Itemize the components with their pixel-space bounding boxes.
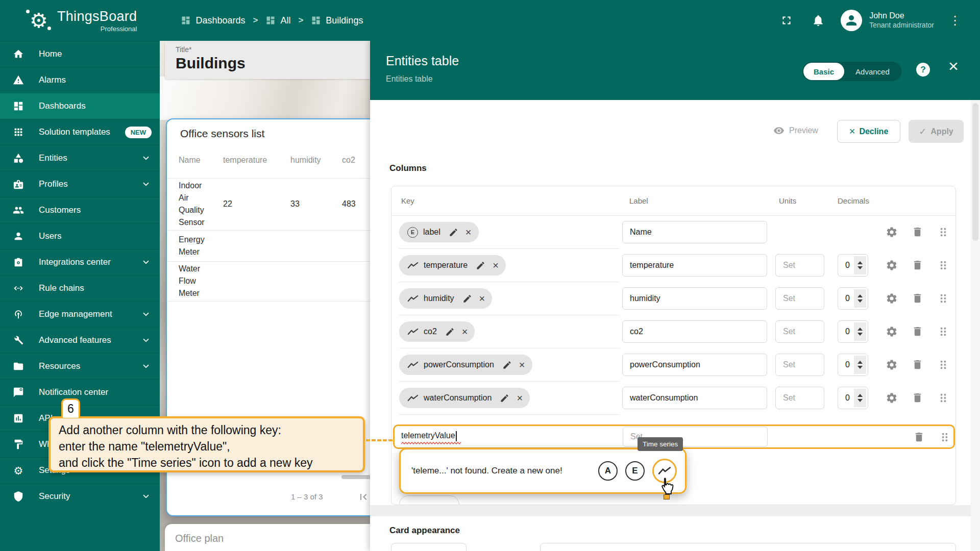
label-input[interactable]: waterConsumption [622,387,767,409]
thingsboard-logo[interactable]: ⚙ ThingsBoard Professional [26,7,137,34]
units-input[interactable]: Set [775,354,824,376]
label-input[interactable]: temperature [622,254,767,277]
column-header[interactable]: Name [179,156,223,165]
decimals-input[interactable]: 0 [838,287,868,310]
number-stepper[interactable] [854,289,866,308]
key-chip[interactable]: humidity × [399,288,492,309]
apply-button[interactable]: ✓ Apply [909,120,964,143]
delete-column-icon[interactable] [913,431,925,443]
label-input[interactable]: humidity [622,287,767,310]
edit-pencil-icon[interactable] [500,393,509,403]
help-icon[interactable]: ? [916,63,930,77]
notifications-bell-icon[interactable] [807,9,829,32]
sidebar-item-rule-chains[interactable]: Rule chains [0,275,160,301]
office-plan-widget[interactable]: Office plan [165,524,370,551]
edit-pencil-icon[interactable] [449,228,458,237]
delete-column-icon[interactable] [912,292,923,304]
decimals-input[interactable]: 0 [838,320,868,343]
sidebar-item-profiles[interactable]: Profiles [0,171,160,197]
label-input[interactable]: powerConsumption [622,354,767,376]
user-info[interactable]: John Doe Tenant administrator [869,11,934,30]
create-entity-field-icon[interactable]: E [625,461,645,481]
number-stepper[interactable] [854,256,866,274]
drag-handle[interactable] [937,226,949,238]
sidebar-item-customers[interactable]: Customers [0,197,160,223]
decimals-input[interactable]: 0 [838,387,868,409]
remove-key-icon[interactable]: × [519,360,525,370]
column-settings-icon[interactable] [886,259,898,271]
decline-button[interactable]: × Decline [837,120,900,143]
decimals-input[interactable]: 0 [838,354,868,376]
sidebar-item-edge-management[interactable]: Edge management [0,301,160,327]
column-settings-icon[interactable] [886,392,898,404]
column-header[interactable]: co2 [342,156,370,165]
delete-column-icon[interactable] [912,359,923,370]
number-stepper[interactable] [854,322,866,341]
sidebar-item-advanced-features[interactable]: Advanced features [0,327,160,353]
create-attribute-icon[interactable]: A [598,461,618,481]
avatar[interactable] [841,10,862,31]
label-input[interactable]: co2 [622,320,767,343]
card-appearance-field[interactable] [391,543,467,551]
breadcrumb-buildings[interactable]: Buildings [311,15,363,26]
preview-button[interactable]: Preview [773,125,818,136]
sidebar-item-resources[interactable]: Resources [0,353,160,379]
column-settings-icon[interactable] [886,359,898,371]
new-key-input[interactable]: telemetryValue [401,431,457,441]
column-header[interactable]: humidity [290,156,342,165]
horizontal-scrollbar[interactable] [341,475,370,479]
key-chip[interactable]: E label × [399,222,479,242]
sidebar-item-entities[interactable]: Entities [0,145,160,171]
table-row[interactable]: Energy Meter [167,230,370,261]
sidebar-item-integrations-center[interactable]: Integrations center [0,249,160,275]
delete-column-icon[interactable] [912,259,923,271]
edit-pencil-icon[interactable] [445,327,455,337]
remove-key-icon[interactable]: × [479,293,485,304]
remove-key-icon[interactable]: × [462,327,468,337]
column-header[interactable]: temperature [223,156,290,165]
units-input[interactable]: Set [775,320,824,343]
close-icon[interactable]: × [945,57,962,74]
sidebar-item-solution-templates[interactable]: Solution templates NEW [0,119,160,145]
delete-column-icon[interactable] [912,226,923,238]
edit-pencil-icon[interactable] [462,294,472,304]
drag-handle[interactable] [937,392,949,404]
units-input[interactable]: Set [775,254,824,277]
table-row[interactable]: Indoor Air Quality Sensor 22 33 483 [167,178,370,230]
delete-column-icon[interactable] [912,392,923,404]
breadcrumb-all[interactable]: All [265,15,290,26]
drag-handle[interactable] [937,259,949,271]
units-input[interactable]: Set [775,287,824,310]
table-row[interactable]: Water Flow Meter [167,261,370,301]
label-input[interactable]: Name [622,221,767,243]
sidebar-item-users[interactable]: Users [0,223,160,249]
basic-tab[interactable]: Basic [803,63,844,80]
key-chip[interactable]: waterConsumption × [399,388,530,408]
edit-pencil-icon[interactable] [502,360,512,370]
advanced-tab[interactable]: Advanced [844,67,901,76]
sidebar-item-home[interactable]: Home [0,41,160,67]
drag-handle[interactable] [939,431,950,443]
dashboard-title-widget[interactable]: Title* Buildings [165,42,370,79]
sidebar-item-security[interactable]: Security [0,483,160,509]
breadcrumb-dashboards[interactable]: Dashboards [181,15,245,26]
drag-handle[interactable] [937,325,949,337]
fullscreen-icon[interactable] [775,9,798,32]
panel-scrollbar[interactable] [971,100,980,551]
column-settings-icon[interactable] [886,292,898,305]
remove-key-icon[interactable]: × [517,393,523,403]
drag-handle[interactable] [937,292,949,304]
sidebar-item-dashboards[interactable]: Dashboards [0,93,160,119]
remove-key-icon[interactable]: × [465,227,472,237]
card-appearance-field[interactable] [540,543,956,551]
drag-handle[interactable] [937,359,949,370]
key-chip[interactable]: co2 × [399,321,475,342]
first-page-icon[interactable] [357,491,370,503]
units-input[interactable]: Set [775,387,824,409]
key-chip[interactable]: powerConsumption × [399,355,532,375]
column-settings-icon[interactable] [886,325,898,338]
decimals-input[interactable]: 0 [838,254,868,277]
delete-column-icon[interactable] [912,325,923,337]
remove-key-icon[interactable]: × [493,260,499,270]
key-chip[interactable]: temperature × [399,255,506,276]
